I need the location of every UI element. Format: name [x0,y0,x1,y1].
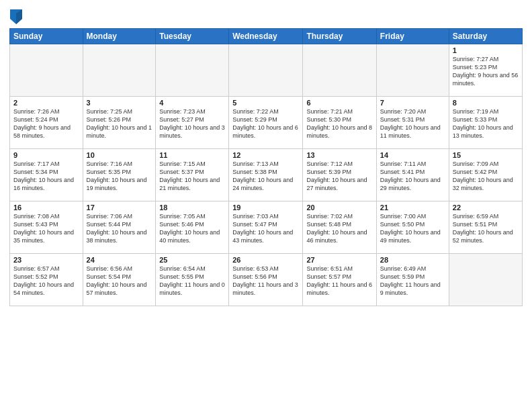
calendar-cell: 15Sunrise: 7:09 AM Sunset: 5:42 PM Dayli… [449,149,522,201]
day-info: Sunrise: 6:54 AM Sunset: 5:55 PM Dayligh… [159,265,225,298]
calendar-cell [156,44,229,97]
day-number: 19 [232,203,299,212]
day-info: Sunrise: 7:27 AM Sunset: 5:23 PM Dayligh… [453,55,519,88]
day-number: 28 [380,256,445,264]
calendar-cell: 10Sunrise: 7:16 AM Sunset: 5:35 PM Dayli… [83,149,156,201]
day-number: 10 [87,151,152,159]
calendar-cell: 5Sunrise: 7:22 AM Sunset: 5:29 PM Daylig… [229,97,303,149]
calendar-week-row: 16Sunrise: 7:08 AM Sunset: 5:43 PM Dayli… [10,201,523,254]
day-number: 25 [159,256,225,264]
calendar-header-sunday: Sunday [10,29,83,44]
calendar-cell: 12Sunrise: 7:13 AM Sunset: 5:38 PM Dayli… [229,149,303,201]
day-number: 15 [453,151,519,159]
day-number: 3 [87,99,152,107]
day-info: Sunrise: 7:13 AM Sunset: 5:38 PM Dayligh… [232,160,299,193]
day-number: 20 [306,203,372,212]
day-info: Sunrise: 7:00 AM Sunset: 5:50 PM Dayligh… [380,212,445,245]
calendar-cell: 4Sunrise: 7:23 AM Sunset: 5:27 PM Daylig… [156,97,229,149]
day-info: Sunrise: 7:15 AM Sunset: 5:37 PM Dayligh… [159,160,225,193]
calendar-cell: 13Sunrise: 7:12 AM Sunset: 5:39 PM Dayli… [303,149,376,201]
calendar-cell: 14Sunrise: 7:11 AM Sunset: 5:41 PM Dayli… [376,149,449,201]
day-number: 27 [306,256,372,264]
day-info: Sunrise: 7:19 AM Sunset: 5:33 PM Dayligh… [453,107,519,140]
calendar-cell [449,254,522,306]
day-number: 18 [159,203,225,212]
calendar-cell: 24Sunrise: 6:56 AM Sunset: 5:54 PM Dayli… [83,254,156,306]
header [9,7,523,24]
day-number: 14 [380,151,445,159]
calendar-header-saturday: Saturday [449,29,522,44]
calendar-week-row: 1Sunrise: 7:27 AM Sunset: 5:23 PM Daylig… [10,44,523,97]
day-number: 12 [232,151,299,159]
calendar-header-friday: Friday [376,29,449,44]
calendar-cell: 19Sunrise: 7:03 AM Sunset: 5:47 PM Dayli… [229,201,303,254]
calendar-cell: 22Sunrise: 6:59 AM Sunset: 5:51 PM Dayli… [449,201,522,254]
day-number: 4 [159,99,225,107]
calendar-cell: 6Sunrise: 7:21 AM Sunset: 5:30 PM Daylig… [303,97,376,149]
calendar-cell: 17Sunrise: 7:06 AM Sunset: 5:44 PM Dayli… [83,201,156,254]
day-info: Sunrise: 7:25 AM Sunset: 5:26 PM Dayligh… [87,107,152,140]
day-number: 16 [13,203,79,212]
day-number: 26 [232,256,299,264]
calendar-cell [229,44,303,97]
day-info: Sunrise: 7:02 AM Sunset: 5:48 PM Dayligh… [306,212,372,245]
calendar-cell: 27Sunrise: 6:51 AM Sunset: 5:57 PM Dayli… [303,254,376,306]
day-number: 9 [13,151,79,159]
day-info: Sunrise: 7:09 AM Sunset: 5:42 PM Dayligh… [453,160,519,193]
day-info: Sunrise: 7:11 AM Sunset: 5:41 PM Dayligh… [380,160,445,193]
day-info: Sunrise: 6:49 AM Sunset: 5:59 PM Dayligh… [380,265,445,298]
day-number: 23 [13,256,79,264]
day-info: Sunrise: 7:08 AM Sunset: 5:43 PM Dayligh… [13,212,79,245]
logo-icon [10,9,22,24]
calendar-cell [10,44,83,97]
calendar-cell: 2Sunrise: 7:26 AM Sunset: 5:24 PM Daylig… [10,97,83,149]
calendar-cell: 23Sunrise: 6:57 AM Sunset: 5:52 PM Dayli… [10,254,83,306]
calendar-cell [83,44,156,97]
calendar-header-row: SundayMondayTuesdayWednesdayThursdayFrid… [10,29,523,44]
day-number: 8 [453,99,519,107]
day-number: 2 [13,99,79,107]
logo [9,9,24,24]
calendar-week-row: 23Sunrise: 6:57 AM Sunset: 5:52 PM Dayli… [10,254,523,306]
day-info: Sunrise: 7:26 AM Sunset: 5:24 PM Dayligh… [13,107,79,140]
day-number: 6 [306,99,372,107]
day-info: Sunrise: 7:20 AM Sunset: 5:31 PM Dayligh… [380,107,445,140]
day-info: Sunrise: 6:51 AM Sunset: 5:57 PM Dayligh… [306,265,372,298]
day-number: 24 [87,256,152,264]
day-number: 1 [453,46,519,54]
day-number: 5 [232,99,299,107]
calendar-cell: 21Sunrise: 7:00 AM Sunset: 5:50 PM Dayli… [376,201,449,254]
day-info: Sunrise: 7:05 AM Sunset: 5:46 PM Dayligh… [159,212,225,245]
calendar-cell: 1Sunrise: 7:27 AM Sunset: 5:23 PM Daylig… [449,44,522,97]
calendar-cell: 26Sunrise: 6:53 AM Sunset: 5:56 PM Dayli… [229,254,303,306]
calendar-cell: 9Sunrise: 7:17 AM Sunset: 5:34 PM Daylig… [10,149,83,201]
calendar-cell [303,44,376,97]
day-info: Sunrise: 7:12 AM Sunset: 5:39 PM Dayligh… [306,160,372,193]
calendar-table: SundayMondayTuesdayWednesdayThursdayFrid… [9,28,523,306]
calendar-cell: 20Sunrise: 7:02 AM Sunset: 5:48 PM Dayli… [303,201,376,254]
day-number: 22 [453,203,519,212]
calendar-week-row: 2Sunrise: 7:26 AM Sunset: 5:24 PM Daylig… [10,97,523,149]
day-info: Sunrise: 6:57 AM Sunset: 5:52 PM Dayligh… [13,265,79,298]
day-number: 17 [87,203,152,212]
calendar-cell [376,44,449,97]
day-number: 21 [380,203,445,212]
calendar-cell: 28Sunrise: 6:49 AM Sunset: 5:59 PM Dayli… [376,254,449,306]
day-number: 13 [306,151,372,159]
day-info: Sunrise: 7:06 AM Sunset: 5:44 PM Dayligh… [87,212,152,245]
calendar-cell: 8Sunrise: 7:19 AM Sunset: 5:33 PM Daylig… [449,97,522,149]
day-number: 7 [380,99,445,107]
calendar-header-thursday: Thursday [303,29,376,44]
calendar-header-monday: Monday [83,29,156,44]
day-info: Sunrise: 7:16 AM Sunset: 5:35 PM Dayligh… [87,160,152,193]
calendar-week-row: 9Sunrise: 7:17 AM Sunset: 5:34 PM Daylig… [10,149,523,201]
day-info: Sunrise: 7:22 AM Sunset: 5:29 PM Dayligh… [232,107,299,140]
calendar-header-tuesday: Tuesday [156,29,229,44]
day-number: 11 [159,151,225,159]
day-info: Sunrise: 7:03 AM Sunset: 5:47 PM Dayligh… [232,212,299,245]
day-info: Sunrise: 7:23 AM Sunset: 5:27 PM Dayligh… [159,107,225,140]
day-info: Sunrise: 7:17 AM Sunset: 5:34 PM Dayligh… [13,160,79,193]
calendar-header-wednesday: Wednesday [229,29,303,44]
day-info: Sunrise: 6:59 AM Sunset: 5:51 PM Dayligh… [453,212,519,245]
page: SundayMondayTuesdayWednesdayThursdayFrid… [0,0,532,411]
